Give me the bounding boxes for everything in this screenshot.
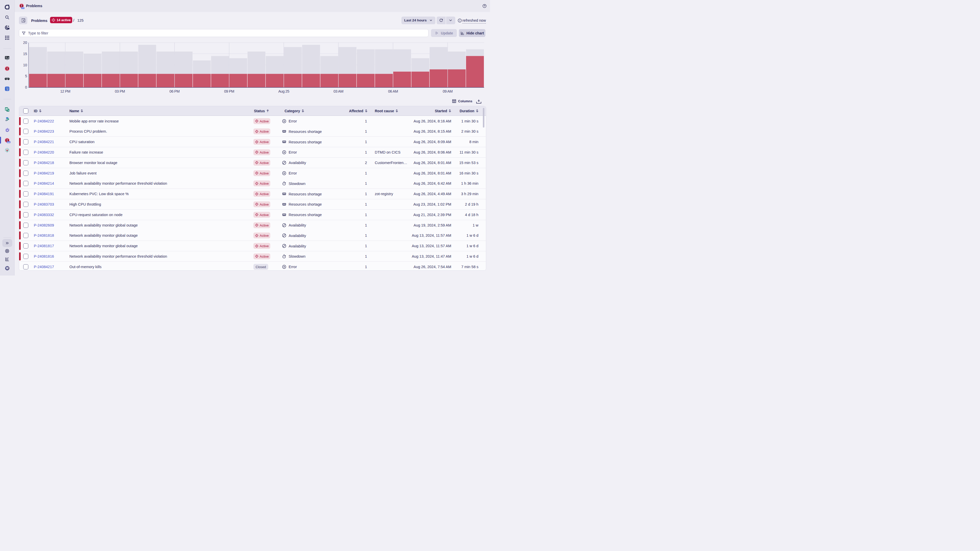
svg-text:12 PM: 12 PM bbox=[60, 89, 70, 94]
svg-text:Aug 25: Aug 25 bbox=[278, 89, 289, 94]
svg-text:03 AM: 03 AM bbox=[334, 89, 344, 94]
svg-text:20: 20 bbox=[23, 41, 27, 44]
svg-text:0: 0 bbox=[25, 85, 27, 89]
svg-text:15: 15 bbox=[23, 52, 27, 56]
svg-text:09 PM: 09 PM bbox=[224, 89, 234, 94]
svg-text:10: 10 bbox=[23, 63, 27, 67]
svg-text:03 PM: 03 PM bbox=[115, 89, 125, 94]
svg-text:06 AM: 06 AM bbox=[388, 89, 398, 94]
svg-text:5: 5 bbox=[25, 74, 27, 78]
svg-text:06 PM: 06 PM bbox=[169, 89, 180, 94]
svg-text:09 AM: 09 AM bbox=[443, 89, 453, 94]
